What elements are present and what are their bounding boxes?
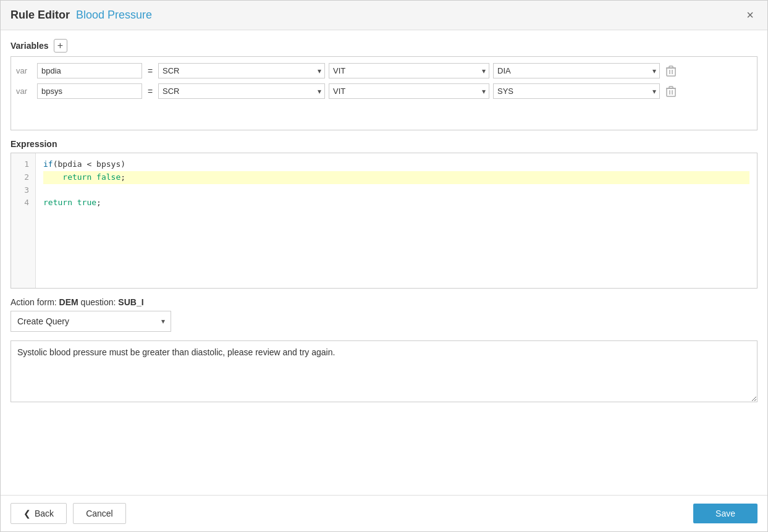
- equals-sign-1: =: [146, 66, 154, 76]
- line-number-1: 1: [17, 158, 29, 171]
- variable-row-2: var = SCR VIT SYS: [16, 83, 752, 99]
- expression-label: Expression: [11, 139, 757, 149]
- select-wrapper-1a: SCR: [158, 63, 325, 78]
- question-value: SUB_I: [118, 297, 143, 307]
- variables-section: Variables + var = SCR VIT: [11, 39, 757, 130]
- back-label: Back: [35, 509, 54, 518]
- action-form-section: Action form: DEM question: SUB_I Create …: [11, 297, 757, 332]
- close-button[interactable]: ×: [743, 7, 757, 23]
- var-select-vit-2[interactable]: VIT: [329, 83, 489, 99]
- footer-left-buttons: ❮ Back Cancel: [11, 503, 126, 524]
- action-form-value: DEM: [59, 297, 78, 307]
- code-area[interactable]: if(bpdia < bpsys) return false; return t…: [36, 153, 757, 288]
- code-line-1: if(bpdia < bpsys): [43, 158, 749, 171]
- variables-box: var = SCR VIT DIA: [11, 56, 757, 130]
- select-wrapper-2b: VIT: [329, 83, 489, 99]
- message-section: Systolic blood pressure must be greater …: [11, 340, 757, 404]
- header-title-area: Rule Editor Blood Pressure: [11, 9, 152, 22]
- var-label-2: var: [16, 87, 33, 96]
- select-wrapper-2c: SYS: [493, 83, 660, 99]
- code-line-3: [43, 184, 749, 197]
- cancel-button[interactable]: Cancel: [73, 503, 126, 524]
- var-select-dia-1[interactable]: DIA: [493, 63, 660, 78]
- delete-variable-2[interactable]: [664, 85, 678, 98]
- code-line-2: return false;: [43, 171, 749, 184]
- rule-editor-label: Rule Editor: [11, 9, 70, 22]
- var-name-input-2[interactable]: [37, 83, 142, 99]
- var-label-1: var: [16, 66, 33, 75]
- rule-editor-dialog: Rule Editor Blood Pressure × Variables +…: [0, 0, 768, 532]
- message-textarea[interactable]: Systolic blood pressure must be greater …: [11, 340, 757, 402]
- svg-rect-0: [667, 68, 675, 76]
- delete-variable-1[interactable]: [664, 64, 678, 78]
- dialog-footer: ❮ Back Cancel Save: [1, 495, 767, 531]
- var-select-scr-2[interactable]: SCR: [158, 83, 325, 99]
- var-select-vit-1[interactable]: VIT: [329, 63, 489, 78]
- back-arrow-icon: ❮: [23, 509, 31, 518]
- select-wrapper-2a: SCR: [158, 83, 325, 99]
- variables-label: Variables +: [11, 39, 757, 53]
- add-variable-button[interactable]: +: [54, 39, 67, 53]
- action-select-wrapper: Create Query Skip Flag: [11, 311, 171, 332]
- equals-sign-2: =: [146, 87, 154, 96]
- back-button[interactable]: ❮ Back: [11, 503, 67, 524]
- expression-section: Expression 1 2 3 4 if(bpdia < bpsys) ret…: [11, 139, 757, 289]
- variable-row-1: var = SCR VIT DIA: [16, 63, 752, 78]
- save-button[interactable]: Save: [693, 504, 757, 523]
- action-select[interactable]: Create Query Skip Flag: [11, 311, 171, 332]
- code-line-4: return true;: [43, 196, 749, 209]
- action-form-label: Action form: DEM question: SUB_I: [11, 297, 757, 307]
- line-numbers: 1 2 3 4: [11, 153, 36, 288]
- var-select-scr-1[interactable]: SCR: [158, 63, 325, 78]
- dialog-header: Rule Editor Blood Pressure ×: [1, 1, 767, 30]
- line-number-4: 4: [17, 196, 29, 209]
- line-number-3: 3: [17, 184, 29, 197]
- select-wrapper-1c: DIA: [493, 63, 660, 78]
- blood-pressure-label: Blood Pressure: [76, 9, 152, 22]
- expression-box: 1 2 3 4 if(bpdia < bpsys) return false; …: [11, 153, 757, 289]
- svg-rect-5: [667, 88, 675, 96]
- var-name-input-1[interactable]: [37, 63, 142, 78]
- line-number-2: 2: [17, 171, 29, 184]
- select-wrapper-1b: VIT: [329, 63, 489, 78]
- dialog-body: Variables + var = SCR VIT: [1, 30, 767, 495]
- var-select-sys-2[interactable]: SYS: [493, 83, 660, 99]
